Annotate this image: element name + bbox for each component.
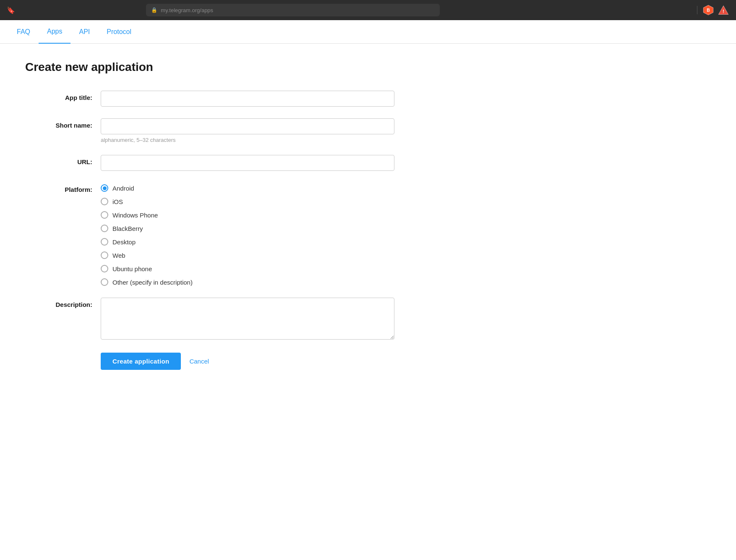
- radio-ios-circle: [101, 198, 108, 205]
- platform-field-wrap: Android iOS Windows Phone BlackBerry Des: [101, 183, 394, 286]
- radio-windows-phone-label: Windows Phone: [112, 212, 158, 219]
- attention-icon: !: [718, 4, 729, 16]
- platform-ios[interactable]: iOS: [101, 198, 394, 205]
- platform-row: Platform: Android iOS Windows Phone B: [25, 183, 394, 286]
- svg-text:!: !: [723, 9, 724, 14]
- radio-other-label: Other (specify in description): [112, 279, 193, 286]
- url-input[interactable]: [101, 155, 394, 171]
- radio-android-circle: [101, 184, 108, 192]
- nav-bar: FAQ Apps API Protocol: [0, 20, 736, 44]
- app-title-field-wrap: [101, 91, 394, 107]
- browser-chrome: 🔖 🔒 my.telegram.org/apps B !: [0, 0, 736, 20]
- nav-apps[interactable]: Apps: [39, 20, 70, 44]
- short-name-input[interactable]: [101, 118, 394, 134]
- description-field-wrap: [101, 298, 394, 341]
- description-textarea[interactable]: [101, 298, 394, 340]
- browser-icons: B !: [702, 4, 729, 16]
- radio-web-label: Web: [112, 252, 125, 259]
- platform-blackberry[interactable]: BlackBerry: [101, 225, 394, 232]
- bookmark-icon: 🔖: [7, 6, 15, 14]
- app-title-label: App title:: [25, 91, 101, 101]
- nav-protocol[interactable]: Protocol: [98, 20, 140, 44]
- svg-text:B: B: [707, 8, 710, 13]
- short-name-hint: alphanumeric, 5–32 characters: [101, 137, 394, 143]
- radio-ubuntu-circle: [101, 265, 108, 272]
- short-name-field-wrap: alphanumeric, 5–32 characters: [101, 118, 394, 143]
- url-text: my.telegram.org/apps: [161, 7, 213, 13]
- radio-blackberry-circle: [101, 225, 108, 232]
- platform-ubuntu-phone[interactable]: Ubuntu phone: [101, 265, 394, 272]
- description-row: Description:: [25, 298, 394, 341]
- lock-icon: 🔒: [151, 7, 157, 13]
- url-row: URL:: [25, 155, 394, 171]
- url-label: URL:: [25, 155, 101, 165]
- address-bar[interactable]: 🔒 my.telegram.org/apps: [146, 4, 440, 16]
- brave-icon: B: [702, 4, 714, 16]
- platform-other[interactable]: Other (specify in description): [101, 278, 394, 286]
- main-content: Create new application App title: Short …: [0, 44, 420, 387]
- radio-windows-phone-circle: [101, 211, 108, 219]
- radio-blackberry-label: BlackBerry: [112, 225, 143, 232]
- radio-ios-label: iOS: [112, 198, 123, 205]
- short-name-label: Short name:: [25, 118, 101, 129]
- radio-desktop-circle: [101, 238, 108, 246]
- radio-web-circle: [101, 251, 108, 259]
- browser-divider: [697, 6, 697, 14]
- platform-windows-phone[interactable]: Windows Phone: [101, 211, 394, 219]
- nav-faq[interactable]: FAQ: [8, 20, 39, 44]
- platform-android[interactable]: Android: [101, 184, 394, 192]
- radio-other-circle: [101, 278, 108, 286]
- platform-desktop[interactable]: Desktop: [101, 238, 394, 246]
- cancel-button[interactable]: Cancel: [189, 353, 209, 370]
- url-field-wrap: [101, 155, 394, 171]
- page-title: Create new application: [25, 60, 394, 74]
- create-application-button[interactable]: Create application: [101, 353, 181, 370]
- radio-desktop-label: Desktop: [112, 238, 136, 246]
- platform-radio-group: Android iOS Windows Phone BlackBerry Des: [101, 183, 394, 286]
- radio-ubuntu-label: Ubuntu phone: [112, 265, 152, 272]
- app-title-row: App title:: [25, 91, 394, 107]
- radio-android-label: Android: [112, 185, 134, 192]
- description-label: Description:: [25, 298, 101, 308]
- button-row: Create application Cancel: [25, 353, 394, 370]
- nav-api[interactable]: API: [70, 20, 98, 44]
- app-title-input[interactable]: [101, 91, 394, 107]
- platform-web[interactable]: Web: [101, 251, 394, 259]
- platform-label: Platform:: [25, 183, 101, 193]
- short-name-row: Short name: alphanumeric, 5–32 character…: [25, 118, 394, 143]
